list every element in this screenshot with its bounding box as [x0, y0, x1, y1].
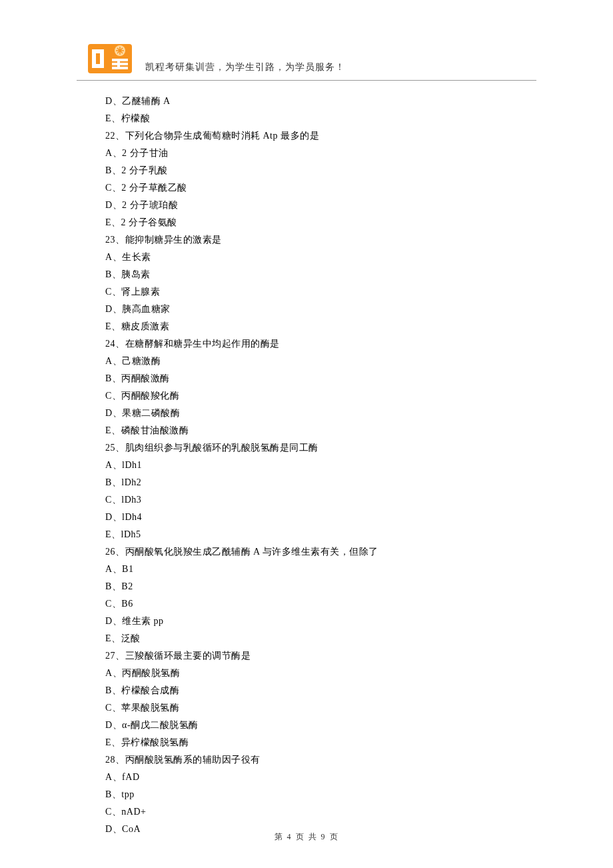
- text-line: A、己糖激酶: [105, 353, 526, 370]
- text-line: B、2 分子乳酸: [105, 162, 526, 179]
- text-line: C、B6: [105, 595, 526, 613]
- text-line: B、柠檬酸合成酶: [105, 682, 526, 699]
- text-line: C、2 分子草酰乙酸: [105, 179, 526, 197]
- text-line: C、苹果酸脱氢酶: [105, 699, 526, 717]
- logo-icon: [87, 40, 133, 77]
- header-divider: [77, 80, 536, 81]
- text-line: 27、三羧酸循环最主要的调节酶是: [105, 647, 526, 665]
- text-line: D、乙醚辅酶 A: [105, 93, 526, 110]
- text-line: E、异柠檬酸脱氢酶: [105, 734, 526, 751]
- text-line: A、丙酮酸脱氢酶: [105, 665, 526, 682]
- text-line: 26、丙酮酸氧化脱羧生成乙酰辅酶 A 与许多维生素有关，但除了: [105, 543, 526, 561]
- text-line: E、柠檬酸: [105, 110, 526, 127]
- text-line: A、生长素: [105, 249, 526, 266]
- text-line: 24、在糖酵解和糖异生中均起作用的酶是: [105, 335, 526, 353]
- text-line: E、lDh5: [105, 526, 526, 543]
- text-line: B、tpp: [105, 786, 526, 803]
- text-line: D、lDh4: [105, 509, 526, 526]
- text-line: D、α-酮戊二酸脱氢酶: [105, 717, 526, 734]
- text-line: 22、下列化合物异生成葡萄糖时消耗 Atp 最多的是: [105, 127, 526, 145]
- svg-rect-4: [100, 49, 104, 68]
- text-line: B、B2: [105, 578, 526, 595]
- text-line: C、lDh3: [105, 491, 526, 509]
- text-line: E、泛酸: [105, 630, 526, 647]
- text-line: C、丙酮酸羧化酶: [105, 387, 526, 405]
- text-line: C、nAD+: [105, 803, 526, 821]
- brand-logo: [87, 40, 133, 77]
- document-content: D、乙醚辅酶 A E、柠檬酸 22、下列化合物异生成葡萄糖时消耗 Atp 最多的…: [87, 93, 526, 838]
- page-footer: 第 4 页 共 9 页: [0, 831, 613, 843]
- text-line: E、磷酸甘油酸激酶: [105, 422, 526, 439]
- text-line: B、胰岛素: [105, 266, 526, 283]
- text-line: A、lDh1: [105, 457, 526, 474]
- text-line: A、2 分子甘油: [105, 145, 526, 162]
- text-line: 25、肌肉组织参与乳酸循环的乳酸脱氢酶是同工酶: [105, 439, 526, 457]
- text-line: B、丙酮酸激酶: [105, 370, 526, 387]
- header-tagline: 凯程考研集训营，为学生引路，为学员服务！: [145, 61, 345, 77]
- text-line: B、lDh2: [105, 474, 526, 491]
- text-line: D、胰高血糖家: [105, 301, 526, 318]
- text-line: E、糖皮质激素: [105, 318, 526, 335]
- text-line: A、fAD: [105, 769, 526, 786]
- text-line: C、肾上腺素: [105, 283, 526, 301]
- svg-rect-9: [117, 59, 120, 69]
- text-line: A、B1: [105, 561, 526, 578]
- text-line: 28、丙酮酸脱氢酶系的辅助因子役有: [105, 751, 526, 769]
- text-line: D、维生素 pp: [105, 613, 526, 630]
- page-header: 凯程考研集训营，为学生引路，为学员服务！: [87, 40, 526, 77]
- text-line: E、2 分子谷氨酸: [105, 214, 526, 231]
- text-line: D、2 分子琥珀酸: [105, 197, 526, 214]
- text-line: D、果糖二磷酸酶: [105, 405, 526, 422]
- text-line: 23、能抑制糖异生的激素是: [105, 231, 526, 249]
- document-page: 凯程考研集训营，为学生引路，为学员服务！ D、乙醚辅酶 A E、柠檬酸 22、下…: [0, 0, 613, 865]
